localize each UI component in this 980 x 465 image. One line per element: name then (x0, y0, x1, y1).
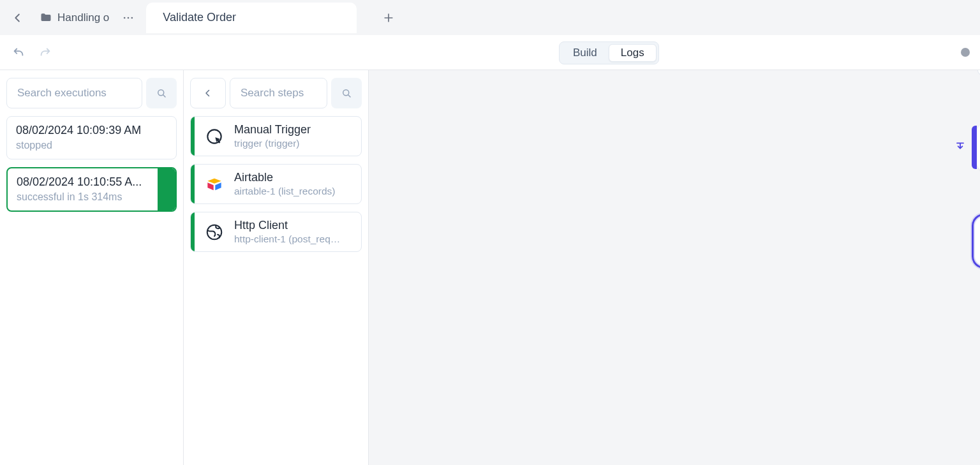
node-status-bar (972, 126, 977, 169)
cursor-icon (202, 124, 226, 149)
execution-timestamp: 08/02/2024 10:10:55 A... (17, 175, 144, 189)
add-tab-button[interactable] (376, 5, 401, 31)
execution-card[interactable]: 08/02/2024 10:09:39 AM stopped (6, 116, 177, 159)
redo-button[interactable] (36, 43, 55, 62)
steps-back-button[interactable] (190, 78, 226, 108)
plus-icon (382, 11, 395, 24)
search-icon (156, 87, 167, 99)
step-title: Manual Trigger (234, 123, 311, 137)
arrow-left-icon (11, 11, 25, 25)
insert-marker-icon[interactable] (954, 141, 967, 154)
step-sub: http-client-1 (post_reque... (234, 233, 343, 245)
step-title: Airtable (234, 171, 336, 184)
step-card[interactable]: Manual Trigger trigger (trigger) (190, 116, 362, 156)
back-button[interactable] (6, 6, 29, 29)
globe-icon (202, 220, 226, 244)
search-icon (341, 87, 352, 99)
canvas-node-http-client[interactable]: Http Client http-client-1 (916, 217, 980, 265)
execution-timestamp: 08/02/2024 10:09:39 AM (16, 124, 167, 137)
more-icon (122, 11, 135, 24)
tab-active[interactable]: Validate Order (146, 3, 357, 33)
undo-button[interactable] (9, 43, 28, 62)
mode-toggle: Build Logs (559, 41, 659, 64)
status-indicator[interactable] (961, 48, 970, 57)
executions-panel: 08/02/2024 10:09:39 AM stopped 08/02/202… (0, 70, 184, 465)
executions-search-button[interactable] (146, 78, 177, 108)
chevron-left-icon (202, 87, 214, 99)
breadcrumb[interactable]: Handling o (33, 11, 115, 24)
top-tab-bar: Handling o Validate Order (0, 0, 980, 35)
executions-search-input[interactable] (17, 87, 131, 100)
airtable-icon (202, 172, 226, 196)
steps-search[interactable] (230, 78, 327, 108)
step-sub: trigger (trigger) (234, 138, 311, 149)
execution-card[interactable]: 08/02/2024 10:10:55 A... successful in 1… (6, 167, 177, 212)
step-sub: airtable-1 (list_records) (234, 186, 336, 197)
steps-panel: Manual Trigger trigger (trigger) Airtabl… (184, 70, 369, 465)
steps-search-input[interactable] (241, 87, 316, 100)
executions-search[interactable] (6, 78, 142, 108)
mode-logs-tab[interactable]: Logs (609, 44, 657, 62)
breadcrumb-more-button[interactable] (119, 11, 137, 24)
execution-status: successful in 1s 314ms (17, 191, 167, 203)
step-card[interactable]: Airtable airtable-1 (list_records) (190, 164, 362, 204)
mode-build-tab[interactable]: Build (561, 44, 609, 62)
breadcrumb-label: Handling o (57, 11, 109, 24)
step-title: Http Client (234, 219, 343, 232)
step-card[interactable]: Http Client http-client-1 (post_reque... (190, 212, 362, 252)
undo-icon (11, 45, 26, 59)
node-partial-top (977, 70, 980, 75)
tab-label: Validate Order (163, 11, 236, 24)
canvas-node-airtable[interactable]: Airtable airtable-1 (916, 123, 980, 172)
toolbar: Build Logs (0, 35, 980, 70)
steps-search-button[interactable] (331, 78, 362, 108)
main-body: 08/02/2024 10:09:39 AM stopped 08/02/202… (0, 70, 980, 465)
redo-icon (38, 45, 52, 59)
workflow-canvas[interactable]: + Airtable airtable-1 (369, 70, 980, 465)
execution-status: stopped (16, 140, 167, 151)
folder-icon (40, 11, 52, 24)
